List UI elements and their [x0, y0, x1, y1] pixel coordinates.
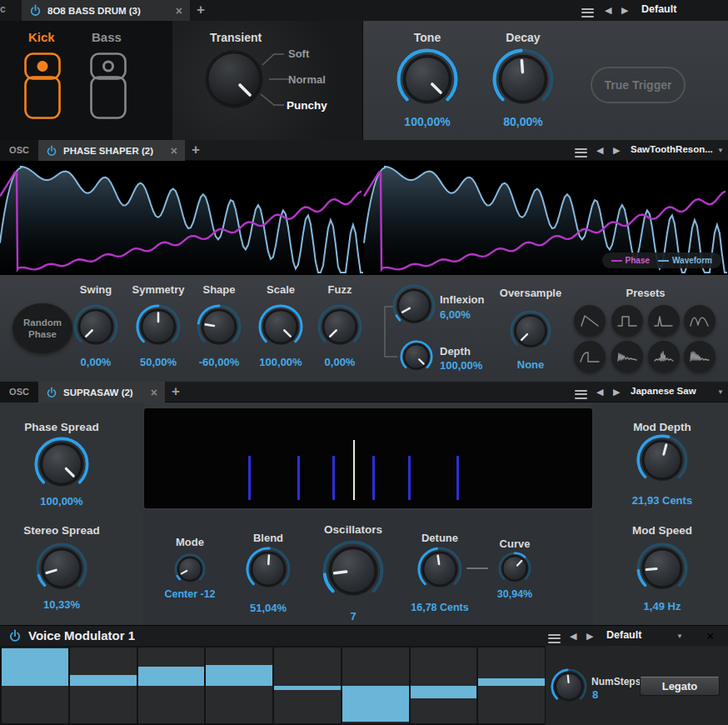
- transient-option-lines: [172, 21, 362, 140]
- oscillators-knob[interactable]: [322, 540, 384, 602]
- spectrum-partial-line: [297, 456, 300, 500]
- swing-knob[interactable]: [73, 304, 118, 349]
- tone-label: Tone: [386, 31, 469, 44]
- transient-panel: Transient Soft Normal Punchy: [172, 21, 362, 140]
- vm-preset-selector[interactable]: Default: [606, 629, 641, 641]
- waveform-display[interactable]: Phase Waveform: [0, 161, 728, 275]
- preset-dense-harmonics-button[interactable]: [684, 341, 716, 372]
- transient-option-punchy[interactable]: Punchy: [287, 99, 327, 112]
- voice-modulator-body: NumSteps 8 Legato: [0, 646, 728, 725]
- mod-speed-knob[interactable]: [636, 542, 688, 594]
- shape-knob[interactable]: [197, 304, 242, 349]
- preset-decay-harmonics-button[interactable]: [611, 341, 643, 372]
- phase-spread-label: Phase Spread: [2, 421, 122, 433]
- add-osc-button[interactable]: +: [192, 142, 200, 157]
- curve-knob[interactable]: [498, 552, 531, 585]
- tone-decay-panel: Tone 100,00% Decay 80,00% True Trigger: [362, 21, 728, 140]
- power-icon[interactable]: [8, 629, 22, 642]
- preset-double-sine-button[interactable]: [684, 305, 716, 337]
- clipped-tab[interactable]: c: [0, 3, 6, 15]
- close-tab-icon[interactable]: ×: [171, 145, 177, 157]
- inflexion-value: 6,00%: [440, 308, 506, 321]
- preset-saw-button[interactable]: [574, 305, 606, 337]
- close-panel-icon[interactable]: ×: [706, 629, 714, 644]
- preset-mid-harmonics-button[interactable]: [648, 341, 680, 372]
- mod-depth-knob[interactable]: [636, 434, 688, 486]
- detune-knob[interactable]: [417, 547, 462, 592]
- power-icon[interactable]: [46, 145, 57, 157]
- chevron-down-icon[interactable]: ▼: [717, 388, 724, 396]
- step-1[interactable]: [2, 648, 68, 723]
- fuzz-knob[interactable]: [317, 304, 362, 349]
- step-5[interactable]: [274, 648, 341, 723]
- tab-808-bass-drum[interactable]: 8O8 BASS DRUM (3) ×: [22, 0, 190, 21]
- numsteps-value: 8: [592, 688, 626, 701]
- bass-pad-icon[interactable]: [90, 52, 127, 119]
- decay-value: 80,00%: [481, 115, 565, 128]
- preset-round-step-button[interactable]: [574, 341, 606, 372]
- step-2[interactable]: [70, 648, 137, 723]
- next-preset-icon[interactable]: ▶: [621, 4, 628, 16]
- preset-selector[interactable]: Default: [641, 3, 676, 15]
- osc-preset-selector[interactable]: Japanese Saw: [631, 386, 696, 396]
- depth-knob[interactable]: [400, 340, 433, 373]
- bass-label[interactable]: Bass: [92, 30, 122, 44]
- prev-preset-icon[interactable]: ◀: [596, 386, 603, 398]
- kick-pad-icon[interactable]: [24, 52, 61, 119]
- tab-suprasaw[interactable]: SUPRASAW (2) ×: [38, 382, 165, 402]
- transient-option-normal[interactable]: Normal: [288, 73, 326, 86]
- decay-knob[interactable]: [492, 48, 554, 110]
- step-4[interactable]: [206, 648, 272, 723]
- step-6[interactable]: [342, 648, 409, 723]
- add-device-button[interactable]: +: [197, 2, 205, 17]
- blend-knob[interactable]: [246, 547, 291, 592]
- add-osc-button[interactable]: +: [172, 384, 180, 398]
- transient-option-soft[interactable]: Soft: [288, 48, 309, 60]
- scale-knob[interactable]: [258, 304, 303, 349]
- mod-depth-label: Mod Depth: [602, 421, 722, 433]
- stereo-spread-value: 10,33%: [2, 598, 122, 611]
- menu-icon[interactable]: [581, 6, 594, 19]
- osc-preset-selector[interactable]: SawToothReson...: [631, 144, 713, 154]
- stereo-spread-label: Stereo Spread: [2, 524, 122, 537]
- prev-preset-icon[interactable]: ◀: [605, 4, 611, 16]
- step-8[interactable]: [478, 648, 545, 723]
- preset-pulse-button[interactable]: [611, 305, 643, 337]
- close-tab-icon[interactable]: ×: [176, 5, 182, 17]
- true-trigger-button[interactable]: True Trigger: [591, 67, 686, 103]
- symmetry-knob[interactable]: [136, 304, 181, 349]
- blend-value: 51,04%: [235, 602, 302, 614]
- step-3[interactable]: [138, 648, 205, 723]
- inflexion-knob[interactable]: [392, 284, 436, 328]
- chevron-down-icon[interactable]: ▼: [676, 632, 683, 640]
- stereo-spread-knob[interactable]: [36, 542, 87, 594]
- phase-spread-knob[interactable]: [34, 437, 89, 492]
- preset-spike-button[interactable]: [648, 305, 680, 337]
- next-preset-icon[interactable]: ▶: [586, 630, 593, 642]
- next-preset-icon[interactable]: ▶: [613, 386, 620, 398]
- menu-icon[interactable]: [575, 388, 587, 401]
- kick-label[interactable]: Kick: [28, 30, 55, 44]
- oversample-knob[interactable]: [510, 310, 551, 352]
- oscillators-value: 7: [312, 610, 395, 622]
- step-7[interactable]: [411, 648, 477, 723]
- chevron-down-icon[interactable]: ▼: [717, 147, 724, 154]
- menu-icon[interactable]: [548, 632, 561, 645]
- suprasaw-spectrum-display[interactable]: [144, 408, 592, 508]
- mode-label: Mode: [157, 536, 223, 548]
- numsteps-knob[interactable]: [551, 668, 587, 705]
- prev-preset-icon[interactable]: ◀: [596, 144, 603, 156]
- power-icon[interactable]: [46, 387, 57, 398]
- menu-icon[interactable]: [575, 146, 587, 159]
- next-preset-icon[interactable]: ▶: [613, 144, 620, 156]
- random-phase-button[interactable]: Random Phase: [12, 303, 72, 353]
- mode-knob[interactable]: [174, 553, 206, 585]
- tab-phase-shaper[interactable]: PHASE SHAPER (2) ×: [38, 140, 185, 161]
- close-tab-icon[interactable]: ×: [151, 387, 157, 398]
- legato-button[interactable]: Legato: [640, 677, 720, 696]
- prev-preset-icon[interactable]: ◀: [570, 630, 576, 642]
- spectrum-partial-line: [248, 456, 251, 500]
- power-icon[interactable]: [29, 4, 42, 17]
- tone-knob[interactable]: [396, 48, 458, 110]
- oversample-value: None: [489, 358, 572, 371]
